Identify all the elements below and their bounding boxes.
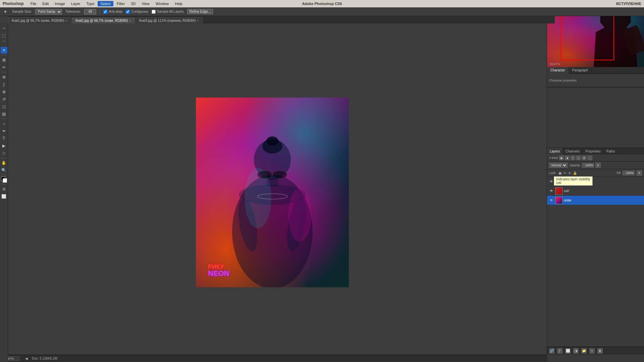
path-selection-tool[interactable]: ▶ [1,142,7,149]
shape-tool[interactable]: □ [1,150,7,157]
main-canvas: РИКУ NEON [196,98,349,287]
history-tool[interactable]: ↺ [1,96,7,103]
tab-0[interactable]: final1.jpg @ 66,7% (нови, RGB/8#) × [8,17,71,23]
pen-tool[interactable]: ✒ [1,128,7,134]
tolerance-input[interactable] [84,9,96,14]
eraser-tool[interactable]: ◻ [1,103,7,110]
lock-position-icon[interactable]: ✛ [568,171,571,175]
clone-tool[interactable]: ⊗ [1,88,7,95]
character-tab[interactable]: Character [547,67,569,74]
menu-filter[interactable]: Filter [114,1,127,6]
svg-point-3 [266,136,278,146]
properties-tab[interactable]: Properties [583,148,604,155]
opacity-arrow-icon[interactable]: ▼ [595,163,601,168]
status-arrow-left[interactable]: ◀ [25,357,28,360]
fill-arrow-icon[interactable]: ▼ [637,170,642,176]
tool-divider-2 [1,72,7,72]
char-panel-tabs: Character Paragraph [547,67,644,74]
hand-tool[interactable]: ✋ [1,160,7,166]
paragraph-tab[interactable]: Paragraph [569,67,592,74]
menu-3d[interactable]: 3D [128,1,138,6]
tab-1-close[interactable]: × [129,19,131,22]
delete-layer-icon[interactable]: 🗑 [597,348,603,354]
contiguous-checkbox[interactable] [126,10,130,14]
kind-adjust-icon[interactable]: ◑ [565,156,570,160]
tab-1[interactable]: final2.jpg @ 66,7% (нови, RGB/8#) × [72,17,135,23]
crop-tool[interactable]: ⊠ [1,57,7,63]
tab-2-close[interactable]: × [197,19,199,22]
layer-0-name: горення [564,180,642,183]
channels-tab[interactable]: Channels [563,148,583,155]
brush-tool[interactable]: ∫ [1,81,7,88]
zoom-tool[interactable]: 🔍 [1,167,7,174]
quick-mask-tool[interactable]: ⊘ [1,186,7,192]
opacity-row: Opacity: ▼ [570,163,642,168]
lock-pixel-icon[interactable]: ✏ [564,171,566,175]
lock-all-icon[interactable]: 🔒 [573,171,577,175]
anti-alias-checkbox[interactable] [103,10,107,14]
gradient-tool[interactable]: ▤ [1,111,7,117]
canvas-image[interactable] [196,98,349,287]
menu-image[interactable]: Image [52,1,68,6]
kind-type-icon[interactable]: T [571,156,575,160]
menu-file[interactable]: File [28,1,39,6]
layer-1-visibility-icon[interactable]: 👁 [549,189,554,193]
menu-layer[interactable]: Layer [68,1,83,6]
blend-mode-row: Normal Multiply Screen Opacity: ▼ [547,162,644,169]
kind-shape-icon[interactable]: ◻ [576,156,581,160]
dodge-tool[interactable]: ○ [1,120,7,127]
background-color[interactable] [3,178,7,183]
kind-more-icon[interactable]: … [588,156,592,160]
blend-mode-select[interactable]: Normal Multiply Screen [549,163,568,168]
type-tool[interactable]: T [1,135,7,142]
layer-1-thumb-img [555,188,562,194]
window-title: Adobe Photoshop CS6 [302,0,342,7]
layer-2-visibility-icon[interactable]: 👁 [549,198,554,203]
opacity-label: Opacity: [570,164,581,167]
move-tool[interactable]: ↔ [1,25,7,32]
layer-item-0[interactable]: 👁 горення [547,177,644,186]
magic-wand-tool[interactable]: ✦ [1,47,7,54]
menu-edit[interactable]: Edit [40,1,51,6]
screen-mode-tool[interactable]: ⬜ [1,193,7,200]
tab-0-close[interactable]: × [66,19,67,22]
fill-input[interactable] [623,171,635,175]
eyedropper-tool[interactable]: ✏ [1,64,7,71]
layers-panel-tabs: Layers Channels Properties Paths [547,148,644,155]
layer-0-thumb-img [555,178,562,185]
marquee-tool[interactable]: ⬚ [1,32,7,39]
layers-tab[interactable]: Layers [547,148,563,155]
add-style-icon[interactable]: ƒ [557,348,562,354]
lasso-tool[interactable]: ⌒ [1,40,7,46]
link-layers-icon[interactable]: 🔗 [549,348,554,354]
opacity-input[interactable] [582,163,594,168]
tab-2[interactable]: final3.jpg @ 111% (горення, RGB/8#) × [136,17,203,23]
color-swatch[interactable] [1,177,7,183]
spot-heal-tool[interactable]: ⊕ [1,74,7,80]
tab-0-label: final1.jpg @ 66,7% (нови, RGB/8#) [12,19,64,22]
char-panel-content: Character properties [547,74,644,87]
sample-all-layers-checkbox[interactable] [152,10,156,14]
layer-item-1[interactable]: 👁 сніг Indicates layer visibility сніг [547,186,644,196]
menu-type[interactable]: Type [84,1,97,6]
new-fill-layer-icon[interactable]: ◑ [573,348,579,354]
tab-2-label: final3.jpg @ 111% (горення, RGB/8#) [139,19,196,22]
new-layer-icon[interactable]: + [589,348,595,354]
kind-pixel-icon[interactable]: ▣ [559,156,564,160]
add-mask-icon[interactable]: ⬜ [565,348,571,354]
tab-1-label: final2.jpg @ 66,7% (нови, RGB/8#) [75,19,128,22]
sample-size-select[interactable]: Point Sample [35,9,62,14]
app-logo[interactable]: Photoshop [3,1,24,6]
menu-window[interactable]: Window [153,1,171,6]
new-group-icon[interactable]: 📁 [581,348,587,354]
kind-smart-icon[interactable]: ⊞ [582,156,587,160]
paths-tab[interactable]: Paths [604,148,618,155]
menu-view[interactable]: View [139,1,152,6]
refine-edge-button[interactable]: Refine Edge... [187,9,213,14]
menu-help[interactable]: Help [172,1,185,6]
layer-item-2[interactable]: 👁 нови [547,196,644,205]
layer-0-visibility-icon[interactable]: 👁 [549,179,554,184]
fill-label: Fill [617,171,621,175]
lock-transparency-icon[interactable]: ▣ [558,171,561,175]
menu-select[interactable]: Select [98,1,113,6]
